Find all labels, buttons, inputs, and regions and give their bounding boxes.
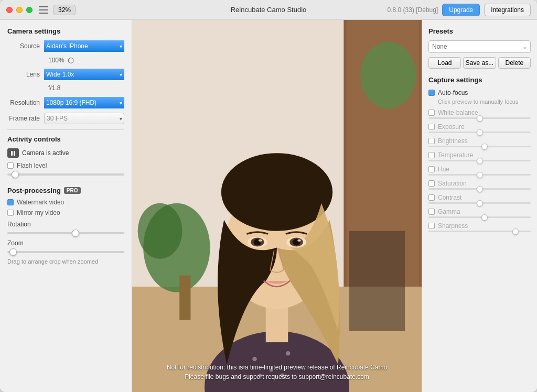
svg-point-21 [297, 239, 300, 242]
resolution-select[interactable]: 1080p 16:9 (FHD) [44, 97, 124, 108]
zoom-thumb[interactable] [9, 248, 17, 256]
source-label: Source [7, 42, 44, 50]
source-select[interactable]: Aidan's iPhone [44, 40, 124, 52]
gamma-thumb[interactable] [481, 214, 488, 221]
upgrade-button[interactable]: Upgrade [442, 4, 480, 16]
auto-focus-checkbox[interactable] [428, 90, 435, 96]
saturation-label: Saturation [438, 180, 467, 187]
mirror-checkbox[interactable] [7, 210, 14, 216]
brightness-checkbox[interactable] [428, 138, 435, 144]
pause-button[interactable]: Camera is active [7, 148, 69, 158]
flash-level-row: Flash level [7, 162, 124, 169]
framerate-select[interactable]: 30 FPS [44, 113, 124, 124]
usb-icon: ⬡ [68, 56, 74, 64]
hue-label: Hue [438, 166, 449, 173]
version-label: 0.8.0 (33) [Debug] [388, 6, 438, 14]
flash-slider-container [7, 173, 124, 176]
exposure-track [428, 132, 531, 133]
white-balance-checkbox[interactable] [428, 110, 435, 116]
flash-level-checkbox[interactable] [7, 162, 14, 169]
sharpness-control: Sharpness [428, 222, 531, 232]
rotation-thumb[interactable] [72, 230, 79, 237]
svg-point-6 [138, 203, 182, 259]
gamma-label-row: Gamma [428, 208, 531, 215]
traffic-lights [6, 7, 33, 13]
contrast-track [428, 202, 531, 204]
framerate-label: Frame rate [7, 115, 44, 122]
capture-section: Capture settings Auto-focus Click previe… [428, 76, 531, 232]
exposure-checkbox[interactable] [428, 124, 435, 130]
presets-section: Presets None Load Save as... Delete [428, 27, 531, 69]
presets-select[interactable]: None [428, 40, 531, 53]
temperature-track [428, 160, 531, 161]
contrast-thumb[interactable] [477, 200, 483, 206]
svg-point-24 [286, 351, 290, 355]
exposure-control: Exposure [428, 123, 531, 133]
temperature-thumb[interactable] [477, 158, 483, 164]
zoom-track [7, 251, 124, 253]
left-panel: Camera settings Source Aidan's iPhone 10… [0, 20, 132, 392]
exposure-thumb[interactable] [477, 129, 483, 136]
video-preview-panel[interactable]: Not for redistribution: this is a time-l… [132, 20, 422, 392]
svg-point-17 [259, 239, 262, 242]
main-content: Camera settings Source Aidan's iPhone 10… [0, 20, 537, 392]
brightness-track [428, 146, 531, 147]
lens-info: f/1.8 [48, 84, 124, 92]
svg-point-8 [360, 42, 416, 108]
white-balance-control: White-balance [428, 109, 531, 119]
flash-slider-thumb[interactable] [12, 171, 19, 178]
app-window: 32% Reincubate Camo Studio 0.8.0 (33) [D… [0, 0, 537, 392]
mirror-row: Mirror my video [7, 209, 124, 216]
auto-focus-row: Auto-focus [428, 89, 531, 96]
rotation-section: Rotation [7, 221, 124, 234]
mirror-label: Mirror my video [17, 209, 60, 216]
gamma-checkbox[interactable] [428, 209, 435, 215]
gamma-control: Gamma [428, 208, 531, 218]
hue-thumb[interactable] [477, 172, 483, 178]
hue-checkbox[interactable] [428, 166, 435, 172]
preview-svg [132, 20, 422, 392]
lens-select[interactable]: Wide 1.0x [44, 69, 124, 80]
lens-label: Lens [7, 71, 44, 78]
watermark-label: Watermark video [17, 199, 64, 206]
framerate-row: Frame rate 30 FPS ▾ [7, 113, 124, 124]
framerate-select-wrapper: 30 FPS ▾ [44, 113, 124, 124]
delete-button[interactable]: Delete [498, 57, 531, 69]
gamma-label: Gamma [438, 208, 460, 215]
window-title: Reincubate Camo Studio [231, 6, 307, 14]
sharpness-track [428, 231, 531, 232]
watermark-checkbox[interactable] [7, 199, 14, 205]
right-panel: Presets None Load Save as... Delete Capt… [422, 20, 537, 392]
titlebar: 32% Reincubate Camo Studio 0.8.0 (33) [D… [0, 0, 537, 20]
saturation-thumb[interactable] [477, 186, 483, 192]
source-percent: 100% [48, 57, 65, 64]
white-balance-label: White-balance [438, 109, 478, 116]
sharpness-checkbox[interactable] [428, 223, 435, 229]
brightness-thumb[interactable] [481, 144, 488, 150]
integrations-button[interactable]: Integrations [484, 4, 531, 16]
exposure-label: Exposure [438, 123, 465, 130]
white-balance-thumb[interactable] [477, 115, 483, 122]
svg-rect-7 [179, 276, 190, 320]
sharpness-label: Sharpness [438, 222, 468, 230]
temperature-checkbox[interactable] [428, 152, 435, 158]
save-as-button[interactable]: Save as... [463, 57, 496, 69]
camera-active-label: Camera is active [22, 149, 69, 157]
sidebar-toggle-button[interactable] [39, 6, 48, 14]
contrast-checkbox[interactable] [428, 194, 435, 201]
contrast-control: Contrast [428, 194, 531, 204]
source-row: Source Aidan's iPhone [7, 40, 124, 52]
saturation-checkbox[interactable] [428, 180, 435, 187]
close-button[interactable] [6, 7, 13, 13]
zoom-slider-container [7, 251, 124, 253]
maximize-button[interactable] [26, 7, 33, 13]
watermark-text: Not for redistribution: this is a time-l… [153, 363, 401, 382]
sharpness-thumb[interactable] [512, 228, 519, 235]
load-button[interactable]: Load [428, 57, 461, 69]
minimize-button[interactable] [16, 7, 23, 13]
flash-level-label: Flash level [17, 162, 47, 169]
video-bg: Not for redistribution: this is a time-l… [132, 20, 422, 392]
lens-select-wrapper: Wide 1.0x [44, 69, 124, 80]
titlebar-right: 0.8.0 (33) [Debug] Upgrade Integrations [388, 4, 531, 16]
zoom-button[interactable]: 32% [53, 5, 76, 15]
